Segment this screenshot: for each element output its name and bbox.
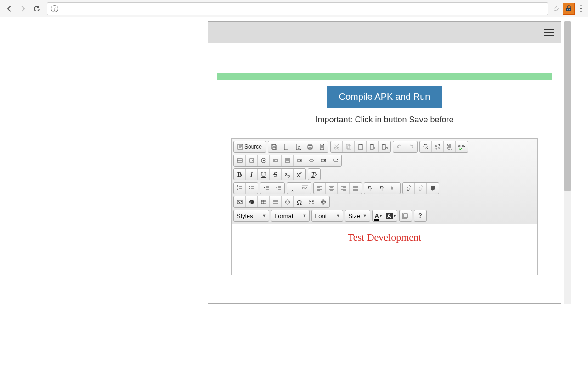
underline-button[interactable]: U [258,169,270,180]
blockquote-icon[interactable]: „ [287,183,299,194]
textfield-icon[interactable] [270,155,282,166]
text-color-button[interactable]: A▾ [373,210,384,221]
copy-icon[interactable] [343,141,355,152]
svg-rect-53 [404,214,407,218]
radio-icon[interactable] [258,155,270,166]
svg-rect-0 [566,8,571,12]
compile-apk-button[interactable]: Compile APK and Run [327,86,442,108]
back-button[interactable] [4,3,15,14]
indent-icon[interactable] [272,183,284,194]
anchor-icon[interactable] [427,183,439,194]
paste-text-icon[interactable]: T [367,141,379,152]
svg-point-22 [424,144,427,148]
page-frame: Compile APK and Run Important: Click in … [208,21,561,304]
align-center-icon[interactable] [326,183,338,194]
undo-icon[interactable] [393,141,405,152]
remove-format-button[interactable]: Tx [308,169,320,180]
hamburger-menu-button[interactable] [544,29,554,36]
iframe-icon[interactable] [317,196,329,207]
progress-bar [217,73,552,80]
select-icon[interactable] [294,155,305,166]
styles-dropdown[interactable]: Styles▼ [233,210,269,222]
bg-color-button[interactable]: A▾ [384,210,397,221]
align-left-icon[interactable] [314,183,326,194]
hiddenfield-icon[interactable] [329,155,341,166]
browser-toolbar: i ☆ [0,0,588,17]
language-icon[interactable]: 言 [388,183,400,194]
superscript-button[interactable]: x2 [294,169,305,180]
checkbox-icon[interactable] [246,155,258,166]
bullet-list-icon[interactable] [246,183,258,194]
specialchar-icon[interactable]: Ω [294,196,305,207]
reload-button[interactable] [31,3,42,14]
page-header [208,22,561,43]
svg-rect-14 [359,144,362,150]
form-icon[interactable] [234,155,246,166]
templates-icon[interactable] [316,141,328,152]
editor-content-area[interactable]: Test Development [232,224,537,275]
rtl-icon[interactable]: ¶› [376,183,388,194]
svg-point-30 [263,160,265,161]
svg-point-1 [567,9,568,10]
help-button[interactable]: ? [414,210,426,221]
svg-point-51 [288,201,288,201]
svg-text:W: W [385,146,388,150]
align-right-icon[interactable] [338,183,350,194]
strike-button[interactable]: S [270,169,282,180]
button-icon[interactable] [305,155,317,166]
subscript-button[interactable]: x2 [282,169,294,180]
flash-icon[interactable]: f [246,196,258,207]
page-viewport: Compile APK and Run Important: Click in … [0,17,588,368]
svg-rect-4 [273,144,276,146]
bookmark-star-icon[interactable]: ☆ [553,4,560,14]
imagebutton-icon[interactable] [317,155,329,166]
find-icon[interactable] [420,141,432,152]
image-icon[interactable] [234,196,246,207]
smiley-icon[interactable] [282,196,294,207]
ltr-icon[interactable]: ¶‹ [364,183,376,194]
div-icon[interactable]: DIV [299,183,311,194]
pagebreak-icon[interactable] [305,196,317,207]
maximize-icon[interactable] [400,210,412,221]
browser-menu-button[interactable] [577,5,584,12]
paste-word-icon[interactable]: W [379,141,390,152]
svg-rect-27 [237,159,242,162]
cut-icon[interactable] [331,141,343,152]
format-dropdown[interactable]: Format▼ [271,210,310,222]
link-icon[interactable] [403,183,415,194]
svg-rect-36 [333,160,338,161]
source-button[interactable]: Source [234,141,266,152]
textarea-icon[interactable] [282,155,294,166]
paste-icon[interactable] [355,141,367,152]
preview-icon[interactable] [292,141,304,152]
replace-icon[interactable]: ab [432,141,444,152]
unlink-icon[interactable] [415,183,427,194]
select-all-icon[interactable] [444,141,456,152]
svg-rect-34 [309,160,314,161]
svg-rect-5 [273,147,276,149]
new-page-icon[interactable] [280,141,292,152]
spellcheck-icon[interactable]: ABC [456,141,468,152]
svg-point-50 [286,201,287,201]
page-scrollbar[interactable] [564,21,571,304]
size-dropdown[interactable]: Size▼ [345,210,370,222]
outdent-icon[interactable] [260,183,272,194]
table-icon[interactable] [258,196,270,207]
editor-toolbar: Source [232,139,537,224]
redo-icon[interactable] [405,141,417,152]
align-justify-icon[interactable] [350,183,362,194]
hr-icon[interactable] [270,196,282,207]
numbered-list-icon[interactable]: 12 [234,183,246,194]
print-icon[interactable] [304,141,316,152]
scrollbar-thumb[interactable] [564,21,571,191]
svg-text:言: 言 [390,186,394,190]
font-dropdown[interactable]: Font▼ [311,210,343,222]
address-bar[interactable]: i [47,2,548,15]
forward-button[interactable] [17,3,28,14]
extension-icon[interactable] [563,3,575,15]
bold-button[interactable]: B [234,169,246,180]
save-icon[interactable] [268,141,280,152]
site-info-icon[interactable]: i [51,5,58,12]
italic-button[interactable]: I [246,169,258,180]
svg-rect-8 [309,144,311,146]
